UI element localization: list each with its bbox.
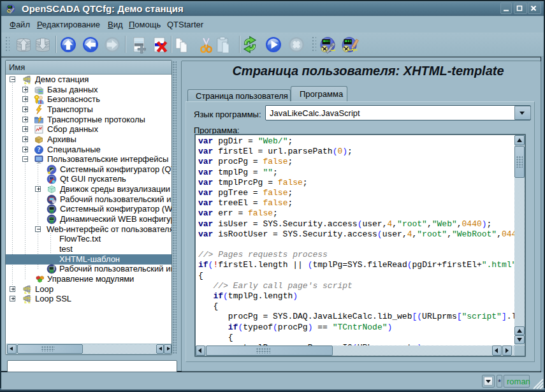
svg-text:АГРС: АГРС — [24, 297, 32, 300]
svg-text:?: ? — [38, 146, 41, 153]
svg-text:W: W — [50, 209, 54, 214]
svg-text:W: W — [50, 219, 54, 224]
svg-text:АГРС: АГРС — [24, 287, 32, 291]
svg-text:АГРС: АГРС — [24, 78, 32, 81]
